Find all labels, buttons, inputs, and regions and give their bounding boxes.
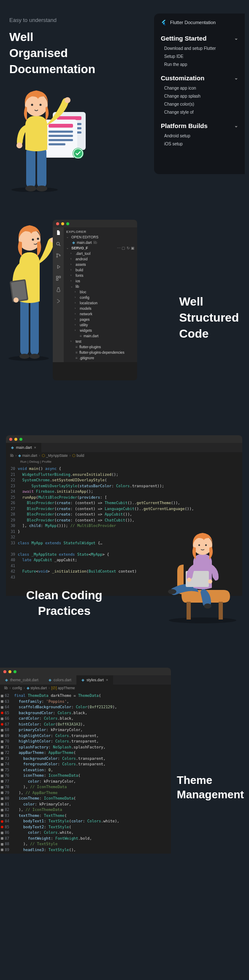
folder-item[interactable]: ›utility: [66, 322, 135, 328]
close-dot-icon[interactable]: [56, 222, 59, 225]
title-line: Clean Coding: [26, 589, 102, 602]
doc-group: Getting Started⌄Download and setup Flutt…: [161, 35, 238, 67]
doc-item[interactable]: Change app icon: [164, 86, 238, 90]
tab-label: main.dart: [16, 445, 32, 450]
close-icon[interactable]: ×: [106, 678, 108, 682]
folder-item[interactable]: ›widgets: [66, 328, 135, 333]
svg-rect-16: [37, 147, 46, 188]
svg-point-17: [25, 186, 36, 191]
close-dot-icon[interactable]: [9, 438, 12, 441]
doc-item[interactable]: Setup IDE: [164, 54, 238, 59]
tab-bar: ◆theme_cubit.dart◆colors.dart◆styles.dar…: [0, 675, 171, 685]
doc-item[interactable]: Run the app: [164, 62, 238, 67]
vscode-editor-styles: ◆theme_cubit.dart◆colors.dart◆styles.dar…: [0, 668, 171, 854]
code-editor[interactable]: 6263646566676869707172737475767778798081…: [0, 691, 171, 854]
explorer-header: EXPLORER: [66, 229, 135, 234]
editor-tab[interactable]: ◆colors.dart: [43, 675, 76, 685]
debug-icon[interactable]: [56, 264, 61, 270]
svg-point-36: [57, 242, 60, 245]
folder-item[interactable]: ›bloc: [66, 289, 135, 295]
close-dot-icon[interactable]: [3, 670, 6, 673]
doc-item[interactable]: iOS setup: [164, 142, 238, 146]
svg-point-35: [37, 238, 39, 240]
doc-item[interactable]: Change style of: [164, 110, 238, 115]
hero-line: Organised: [9, 46, 68, 60]
folder-item[interactable]: ›ios: [66, 278, 135, 284]
maximize-dot-icon[interactable]: [19, 438, 22, 441]
open-editors-header[interactable]: ⌄OPEN EDITORS: [66, 234, 135, 240]
folder-item[interactable]: ›config: [66, 295, 135, 300]
project-header[interactable]: ⌄SERVO_F⋯ ▢ ↻ ▣: [66, 245, 135, 251]
breadcrumb: lib›config›◆ styles.dart›[∅] appTheme: [0, 685, 171, 691]
project-name: SERVO_F: [71, 246, 88, 250]
folder-item[interactable]: ›assets: [66, 262, 135, 267]
folder-item[interactable]: ›pages: [66, 317, 135, 322]
doc-item[interactable]: Android setup: [164, 134, 238, 138]
doc-group-title[interactable]: Customization⌄: [161, 74, 238, 82]
editor-tab[interactable]: ◆theme_cubit.dart: [0, 675, 43, 685]
theme-management-title: Theme Management: [177, 773, 244, 802]
folder-item[interactable]: ›.dart_tool: [66, 251, 135, 256]
svg-point-22: [31, 104, 33, 106]
folder-item[interactable]: ›network: [66, 311, 135, 317]
structured-code-section: EXPLORER ⌄OPEN EDITORS ◆main.dart lib ⌄S…: [0, 203, 249, 410]
folder-item[interactable]: ›localization: [66, 300, 135, 306]
explorer-panel: EXPLORER ⌄OPEN EDITORS ◆main.dart lib ⌄S…: [64, 227, 137, 362]
doc-group-title[interactable]: Platform Builds⌄: [161, 122, 238, 129]
svg-rect-25: [20, 298, 29, 355]
folder-item[interactable]: ›build: [66, 267, 135, 273]
doc-group-title[interactable]: Getting Started⌄: [161, 35, 238, 42]
minimize-dot-icon[interactable]: [8, 670, 11, 673]
svg-point-34: [32, 239, 34, 241]
folder-item[interactable]: ›android: [66, 256, 135, 262]
svg-point-39: [59, 255, 60, 256]
doc-item[interactable]: Change app splash: [164, 94, 238, 98]
activity-bar: [53, 227, 64, 362]
title-line: Structured: [179, 311, 239, 324]
window-titlebar: [6, 435, 242, 443]
extensions-icon[interactable]: [56, 276, 61, 281]
title-line: Well: [179, 295, 203, 308]
breadcrumb: lib›◆ main.dart›⬡ _MyAppState›⬡ build: [6, 452, 242, 459]
folder-item[interactable]: ⌄lib: [66, 284, 135, 289]
doc-group: Platform Builds⌄Android setupiOS setup: [161, 122, 238, 146]
folder-item[interactable]: ›test: [66, 338, 135, 344]
folder-item[interactable]: ›models: [66, 306, 135, 311]
file-item[interactable]: ≡flutter-plugins-dependencies: [66, 349, 135, 355]
character-tablet-illustration: [3, 218, 58, 361]
svg-point-53: [205, 544, 207, 546]
flutter-icon[interactable]: [56, 298, 61, 304]
title-line: Management: [177, 788, 244, 801]
search-icon[interactable]: [56, 241, 61, 247]
title-line: Code: [179, 327, 208, 340]
minimize-dot-icon[interactable]: [61, 222, 64, 225]
close-icon[interactable]: ×: [34, 445, 36, 450]
open-file[interactable]: ◆main.dart lib: [66, 240, 135, 245]
svg-point-20: [65, 97, 70, 103]
flutter-logo-icon: [161, 19, 167, 25]
editor-tab[interactable]: ◆styles.dart×: [76, 675, 113, 685]
svg-point-19: [16, 142, 22, 148]
folder-item[interactable]: ›fonts: [66, 273, 135, 278]
maximize-dot-icon[interactable]: [66, 222, 69, 225]
file-item[interactable]: ≡flutter-plugins: [66, 344, 135, 349]
svg-point-50: [208, 579, 212, 584]
svg-rect-40: [56, 276, 58, 278]
file-item[interactable]: ≡.gitignore: [66, 355, 135, 360]
source-control-icon[interactable]: [56, 253, 61, 258]
documentation-panel: Flutter Documentation Getting Started⌄Do…: [154, 14, 245, 174]
editor-tab[interactable]: ◆main.dart×: [6, 443, 41, 452]
svg-rect-26: [30, 298, 39, 355]
run-debug-bar[interactable]: Run | Debug | Profile: [6, 459, 242, 464]
doc-item[interactable]: Download and setup Flutter: [164, 46, 238, 51]
test-icon[interactable]: [56, 287, 61, 292]
chevron-down-icon: ⌄: [234, 35, 238, 41]
files-icon[interactable]: [56, 230, 61, 235]
svg-point-38: [56, 256, 57, 257]
maximize-dot-icon[interactable]: [14, 670, 16, 673]
svg-point-37: [56, 254, 57, 255]
doc-item[interactable]: Change color(s): [164, 102, 238, 106]
svg-point-47: [204, 603, 211, 609]
minimize-dot-icon[interactable]: [14, 438, 17, 441]
file-item[interactable]: ≡main.dart: [66, 333, 135, 338]
